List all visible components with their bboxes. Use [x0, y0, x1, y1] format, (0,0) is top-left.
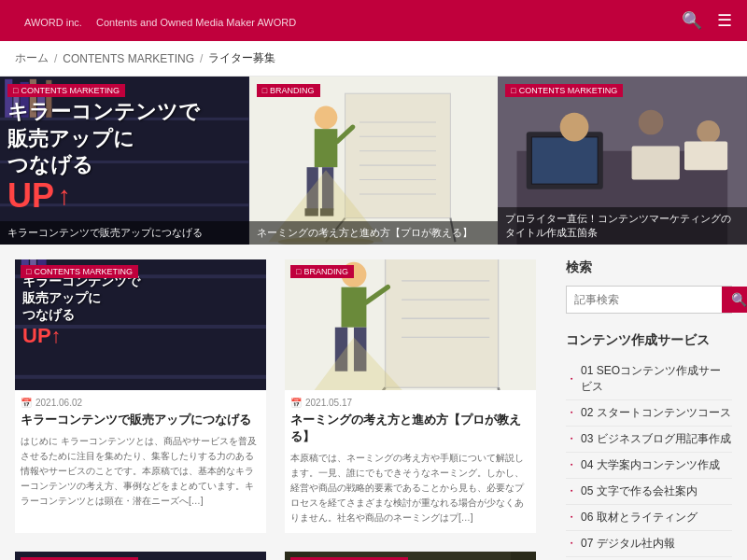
posts-column: □ CONTENTS MARKETING キラーコンテンツで 販売アップに つな… — [0, 245, 551, 560]
up-text: UP — [7, 179, 54, 213]
post-excerpt-2: 本原稿では、ネーミングの考え方や手順について解説します。一見、誰にでもできそうな… — [285, 451, 536, 533]
header: AWORD inc. Contents and Owned Media Make… — [0, 0, 747, 41]
content-area: □ CONTENTS MARKETING キラーコンテンツで 販売アップに つな… — [0, 77, 747, 560]
search-input[interactable] — [567, 287, 722, 313]
breadcrumb-sep1: / — [54, 52, 57, 65]
post-image-2 — [285, 259, 536, 390]
post-meta-2: 📅 2021.05.17 — [285, 390, 536, 412]
logo-tagline: Contents and Owned Media Maker AWORD — [96, 17, 296, 28]
sidebar-search-section: 検索 🔍 — [566, 259, 732, 314]
service-item-0[interactable]: 01 SEOコンテンツ作成サービス — [566, 358, 732, 400]
breadcrumb: ホーム / CONTENTS MARKETING / ライター募集 — [0, 41, 747, 77]
bookmark-icon-5: □ — [296, 267, 301, 276]
service-item-4[interactable]: 05 文字で作る会社案内 — [566, 479, 732, 505]
svg-rect-39 — [632, 147, 680, 180]
featured-badge-1: □ CONTENTS MARKETING — [7, 84, 125, 97]
svg-rect-40 — [684, 141, 727, 170]
logo: AWORD inc. Contents and Owned Media Make… — [15, 11, 296, 31]
service-item-6[interactable]: 07 デジタル社内報 — [566, 531, 732, 557]
featured-caption-2: ネーミングの考え方と進め方【プロが教える】 — [249, 221, 499, 245]
post-title-2[interactable]: ネーミングの考え方と進め方【プロが教える】 — [285, 412, 536, 451]
posts-grid: □ CONTENTS MARKETING キラーコンテンツで 販売アップに つな… — [15, 259, 536, 533]
post-hero-line3: つなげる — [22, 306, 140, 323]
breadcrumb-sep2: / — [200, 52, 203, 65]
featured-badge-2: □ BRANDING — [257, 84, 320, 97]
featured-caption-3: プロライター直伝！コンテンツマーケティングのタイトル作成五箇条 — [498, 207, 747, 245]
bookmark-icon-3: □ — [511, 86, 515, 95]
service-list: 01 SEOコンテンツ作成サービス02 スタートコンテンツコース03 ビジネスブ… — [566, 358, 732, 557]
service-item-5[interactable]: 06 取材とライティング — [566, 505, 732, 531]
svg-point-38 — [698, 120, 721, 144]
search-button[interactable]: 🔍 — [722, 287, 747, 313]
sidebar-search-title: 検索 — [566, 259, 732, 276]
post-up-text: UP↑ — [22, 324, 62, 347]
post-card-2[interactable]: □ BRANDING 📅 2021.05.17 ネーミングの考え方と進め方【プロ… — [285, 259, 536, 533]
bottom-post-2[interactable]: □ CONTENTS MARKETING — [285, 552, 536, 560]
post-hero-line2: 販売アップに — [22, 289, 140, 306]
svg-rect-49 — [386, 259, 499, 387]
logo-text: AWORD inc. — [24, 17, 82, 28]
post-card-1[interactable]: □ CONTENTS MARKETING キラーコンテンツで 販売アップに つな… — [15, 259, 266, 533]
post-meta-1: 📅 2021.06.02 — [15, 390, 266, 412]
featured-grid: □ CONTENTS MARKETING キラーコンテンツで 販売アップに つな… — [0, 77, 747, 245]
post-badge-2: □ BRANDING — [290, 265, 354, 278]
post-thumbnail-2: □ BRANDING — [285, 259, 536, 390]
main-container: □ CONTENTS MARKETING キラーコンテンツで 販売アップに つな… — [0, 77, 747, 560]
breadcrumb-category[interactable]: CONTENTS MARKETING — [63, 52, 194, 65]
bottom-posts-grid: □ CONTENTS MARKETING ブログタイトル — [15, 552, 536, 560]
up-arrow-icon: ↑ — [58, 181, 71, 211]
svg-point-21 — [314, 106, 337, 130]
featured-badge-3: □ CONTENTS MARKETING — [505, 84, 623, 97]
featured-item-2[interactable]: □ BRANDING ネーミングの考え方と進め方【プロが教える】 — [249, 77, 499, 245]
post-badge-1: □ CONTENTS MARKETING — [21, 265, 138, 278]
search-box: 🔍 — [566, 286, 732, 314]
hero-line3: つなげる — [7, 152, 200, 179]
post-title-1[interactable]: キラーコンテンツで販売アップにつなげる — [15, 412, 266, 434]
svg-rect-57 — [342, 287, 367, 328]
svg-point-37 — [639, 110, 664, 135]
service-item-2[interactable]: 03 ビジネスブログ用記事作成 — [566, 427, 732, 453]
calendar-icon-2: 📅 — [290, 398, 302, 408]
hero-overlay: キラーコンテンツで 販売アップに つなげる UP ↑ — [7, 99, 200, 213]
bookmark-icon-2: □ — [262, 86, 267, 95]
svg-rect-44 — [15, 375, 266, 379]
featured-item-1[interactable]: □ CONTENTS MARKETING キラーコンテンツで 販売アップに つな… — [0, 77, 249, 245]
breadcrumb-home[interactable]: ホーム — [15, 50, 49, 66]
post-thumbnail-1: □ CONTENTS MARKETING キラーコンテンツで 販売アップに つな… — [15, 259, 266, 390]
sidebar-services-title: コンテンツ作成サービス — [566, 332, 732, 349]
service-item-3[interactable]: 04 大学案内コンテンツ作成 — [566, 453, 732, 479]
breadcrumb-current: ライター募集 — [208, 50, 275, 66]
bookmark-icon: □ — [13, 86, 18, 95]
header-icons: 🔍 ☰ — [682, 10, 732, 31]
menu-icon[interactable]: ☰ — [717, 10, 732, 31]
featured-caption-1: キラーコンテンツで販売アップにつなげる — [0, 221, 249, 245]
service-item-1[interactable]: 02 スタートコンテンツコース — [566, 400, 732, 427]
svg-rect-22 — [314, 129, 337, 167]
bottom-post-1[interactable]: □ CONTENTS MARKETING ブログタイトル — [15, 552, 266, 560]
calendar-icon: 📅 — [21, 398, 32, 408]
sidebar-services-section: コンテンツ作成サービス 01 SEOコンテンツ作成サービス02 スタートコンテン… — [566, 332, 732, 557]
svg-point-36 — [560, 113, 589, 142]
svg-rect-12 — [345, 93, 450, 217]
hero-line2: 販売アップに — [7, 126, 200, 153]
search-icon[interactable]: 🔍 — [682, 10, 702, 31]
featured-item-3[interactable]: □ CONTENTS MARKETING プロライター直伝！コンテンツマーケティ… — [498, 77, 747, 245]
sidebar: 検索 🔍 コンテンツ作成サービス 01 SEOコンテンツ作成サービス02 スター… — [551, 245, 747, 560]
post-hero-overlay-1: キラーコンテンツで 販売アップに つなげる UP↑ — [22, 273, 140, 348]
post-excerpt-1: はじめに キラーコンテンツとは、商品やサービスを普及させるために注目を集めたり、… — [15, 434, 266, 516]
svg-rect-35 — [532, 137, 598, 183]
bookmark-icon-4: □ — [26, 267, 31, 276]
hero-line1: キラーコンテンツで — [7, 99, 200, 126]
